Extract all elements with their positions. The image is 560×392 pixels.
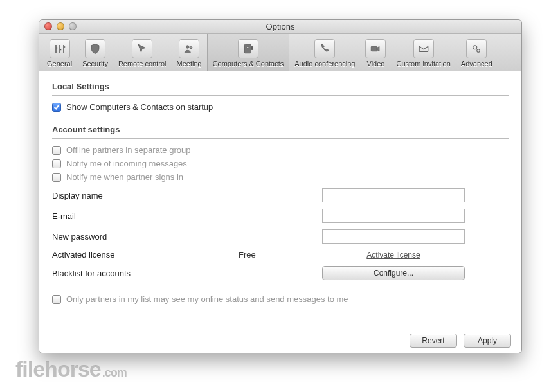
checkbox-only-partners[interactable] (52, 295, 61, 304)
tab-label: Meeting (176, 60, 201, 67)
label-display-name: Display name (52, 191, 239, 200)
divider (52, 95, 509, 96)
section-local-settings: Local Settings (52, 82, 509, 91)
revert-button[interactable]: Revert (410, 334, 457, 348)
svg-rect-2 (244, 44, 251, 53)
activate-license-link[interactable]: Activate license (366, 251, 420, 260)
titlebar: Options (39, 20, 521, 34)
tab-computers-contacts[interactable]: Computers & Contacts (207, 34, 290, 71)
options-window: Options General Security Remote control … (39, 19, 522, 353)
traffic-lights (44, 22, 77, 30)
envelope-icon (413, 39, 434, 58)
checkbox-notify-incoming[interactable] (52, 159, 61, 168)
svg-point-1 (190, 46, 192, 48)
watermark: filehorse .com (15, 357, 127, 382)
checkbox-label: Only partners in my list may see my onli… (66, 294, 348, 304)
checkbox-label: Show Computers & Contacts on startup (66, 102, 213, 112)
label-activated-license: Activated license (52, 250, 239, 260)
tab-custom-invitation[interactable]: Custom invitation (391, 34, 455, 71)
minimize-button[interactable] (57, 22, 64, 30)
window-title: Options (266, 22, 295, 31)
tab-label: Video (367, 60, 385, 67)
section-account-settings: Account settings (52, 125, 509, 134)
watermark-name: filehorse (15, 357, 101, 382)
checkbox-label: Notify me of incoming messages (66, 159, 187, 168)
tab-remote-control[interactable]: Remote control (113, 34, 172, 71)
tab-advanced[interactable]: Advanced (456, 34, 498, 71)
svg-rect-7 (419, 46, 428, 51)
label-blacklist: Blacklist for accounts (52, 269, 239, 278)
tab-content: Local Settings Show Computers & Contacts… (39, 71, 521, 353)
cursor-icon (132, 39, 152, 58)
tab-label: General (47, 60, 72, 67)
checkbox-show-on-startup[interactable] (52, 103, 61, 112)
divider (52, 138, 509, 139)
checkbox-offline-partners[interactable] (52, 146, 61, 155)
checkbox-notify-signin[interactable] (52, 173, 61, 182)
svg-point-8 (473, 45, 477, 49)
tab-audio-conferencing[interactable]: Audio conferencing (289, 34, 360, 71)
watermark-tld: .com (102, 366, 127, 380)
toolbar: General Security Remote control Meeting … (39, 34, 521, 71)
checkbox-label: Notify me when partner signs in (66, 172, 183, 182)
value-activated-license: Free (239, 250, 322, 260)
shield-icon (85, 39, 105, 58)
close-button[interactable] (44, 22, 52, 30)
tab-label: Custom invitation (396, 60, 450, 67)
tab-video[interactable]: Video (360, 34, 391, 71)
display-name-input[interactable] (322, 188, 465, 202)
svg-point-0 (186, 45, 190, 48)
zoom-button[interactable] (69, 22, 77, 30)
tab-label: Advanced (461, 60, 492, 67)
tab-label: Remote control (118, 60, 167, 67)
svg-point-9 (477, 49, 480, 52)
tab-label: Security (82, 60, 108, 67)
tab-label: Computers & Contacts (213, 60, 284, 67)
sliders-icon (50, 39, 70, 58)
tab-general[interactable]: General (42, 34, 77, 71)
camera-icon (365, 39, 386, 58)
apply-button[interactable]: Apply (464, 334, 511, 348)
gears-icon (466, 39, 487, 58)
tab-security[interactable]: Security (77, 34, 113, 71)
address-book-icon (238, 39, 258, 58)
people-icon (179, 39, 199, 58)
phone-icon (314, 39, 335, 58)
svg-rect-6 (372, 46, 377, 51)
tab-label: Audio conferencing (294, 60, 355, 67)
configure-button[interactable]: Configure... (322, 266, 465, 280)
checkbox-label: Offline partners in separate group (66, 145, 190, 155)
svg-rect-4 (251, 46, 253, 47)
tab-meeting[interactable]: Meeting (171, 34, 206, 71)
svg-point-3 (247, 46, 249, 48)
svg-rect-5 (251, 48, 253, 49)
label-email: E-mail (52, 211, 239, 221)
label-new-password: New password (52, 232, 239, 242)
new-password-input[interactable] (322, 229, 465, 244)
email-input[interactable] (322, 209, 465, 223)
bottom-bar: Revert Apply (410, 334, 511, 348)
